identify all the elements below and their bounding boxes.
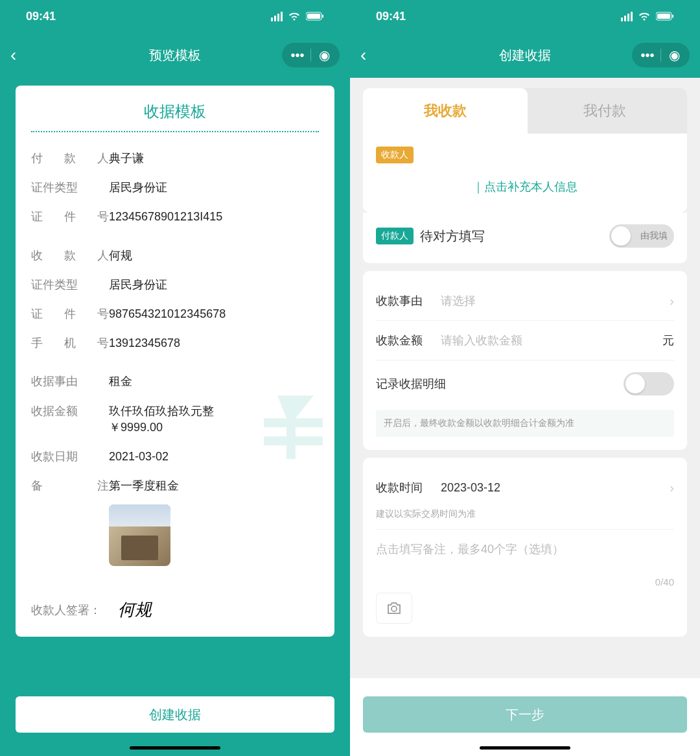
home-indicator [480, 746, 570, 750]
status-time: 09:41 [376, 10, 406, 23]
payer-value: 典子谦 [109, 150, 319, 167]
home-indicator [130, 746, 220, 750]
back-icon[interactable]: ‹ [10, 45, 16, 65]
panel-parties: 收款人 ｜点击补充本人信息 [363, 134, 687, 213]
signal-icon [621, 12, 633, 21]
more-icon[interactable]: ••• [285, 43, 310, 67]
close-icon[interactable]: ◉ [311, 43, 337, 67]
signature-label: 收款人签署： [31, 602, 101, 618]
payee-value: 何规 [109, 248, 319, 264]
time-value: 2023-03-12 [441, 481, 670, 495]
id-type2-label: 证件类型 [31, 277, 109, 293]
id-number2-label: 证件号 [31, 306, 109, 322]
add-photo-button[interactable] [376, 593, 412, 624]
id-type-value: 居民身份证 [109, 180, 319, 196]
phone-create-receipt: 09:41 ‹ 创建收据 ••• ◉ 我收款 我付款 收款人 ｜点击补充本人信息… [350, 0, 700, 756]
battery-icon [656, 12, 674, 21]
id-number-label: 证件号 [31, 209, 109, 225]
svg-rect-5 [672, 15, 673, 18]
remark-value: 第一季度租金 [109, 478, 319, 494]
id-number-value: 12345678901213I415 [109, 209, 319, 225]
amount-unit: 元 [662, 333, 674, 348]
close-icon[interactable]: ◉ [661, 43, 687, 67]
signal-icon [271, 12, 283, 21]
nav-title: 预览模板 [149, 47, 201, 64]
status-time: 09:41 [26, 10, 56, 23]
fill-by-me-toggle[interactable]: 由我填 [609, 224, 674, 248]
nav-title: 创建收据 [499, 47, 551, 64]
id-number2-value: 987654321012345678 [109, 306, 319, 322]
tab-pay[interactable]: 我付款 [522, 88, 687, 134]
card-title: 收据模板 [31, 101, 319, 122]
phone-preview-template: 09:41 ‹ 预览模板 ••• ◉ 收据模板 付款人典子谦 证件类型居民身份证… [0, 0, 350, 756]
back-icon[interactable]: ‹ [360, 45, 366, 65]
time-label: 收款时间 [376, 480, 441, 495]
amount-label: 收据金额 [31, 403, 109, 436]
svg-point-6 [391, 606, 397, 611]
status-bar: 09:41 [350, 0, 700, 32]
reason-label: 收款事由 [376, 293, 441, 309]
phone-label: 手机号 [31, 335, 109, 351]
attachment-thumbnail[interactable] [109, 504, 170, 566]
remark-label: 备注 [31, 478, 109, 494]
divider-dotted [31, 131, 319, 132]
detail-toggle[interactable] [624, 372, 674, 396]
chevron-right-icon: › [670, 480, 674, 495]
next-step-button[interactable]: 下一步 [363, 696, 687, 733]
wifi-icon [288, 12, 301, 21]
note-input[interactable]: 点击填写备注，最多40个字（选填） [376, 532, 674, 566]
detail-toggle-row: 记录收据明细 [376, 363, 674, 405]
signature-value: 何规 [118, 598, 152, 621]
create-receipt-button[interactable]: 创建收据 [16, 696, 334, 733]
watermark-icon [250, 377, 341, 468]
tabs: 我收款 我付款 [363, 88, 687, 134]
detail-label: 记录收据明细 [376, 376, 446, 392]
payer-section: 付款人 待对方填写 由我填 [363, 213, 687, 263]
status-icons [621, 12, 674, 21]
payee-label: 收款人 [31, 248, 109, 264]
amount-number: ￥9999.00 [109, 421, 163, 434]
svg-rect-4 [657, 14, 670, 19]
status-icons [271, 12, 324, 21]
payee-badge: 收款人 [376, 147, 414, 163]
wifi-icon [638, 12, 651, 21]
svg-rect-1 [307, 14, 320, 19]
fill-self-info-link[interactable]: ｜点击补充本人信息 [376, 163, 674, 200]
chevron-right-icon: › [670, 294, 674, 309]
reason-row[interactable]: 收款事由 请选择 › [376, 284, 674, 318]
payer-label: 付款人 [31, 150, 109, 167]
svg-rect-2 [322, 15, 323, 18]
panel-time-note: 收款时间 2023-03-12 › 建议以实际交易时间为准 点击填写备注，最多4… [363, 458, 687, 637]
phone-value: 13912345678 [109, 335, 319, 351]
status-bar: 09:41 [0, 0, 350, 32]
id-type-label: 证件类型 [31, 180, 109, 196]
id-type2-value: 居民身份证 [109, 277, 319, 293]
tab-receive[interactable]: 我收款 [363, 88, 528, 134]
nav-bar: ‹ 预览模板 ••• ◉ [0, 32, 350, 78]
more-icon[interactable]: ••• [635, 43, 660, 67]
reason-label: 收据事由 [31, 373, 109, 390]
amount-text: 玖仟玖佰玖拾玖元整 [109, 405, 214, 418]
amount-label: 收款金额 [376, 333, 441, 348]
mini-program-capsule: ••• ◉ [282, 43, 340, 67]
nav-bar: ‹ 创建收据 ••• ◉ [350, 32, 700, 78]
time-hint: 建议以实际交易时间为准 [376, 508, 674, 520]
payer-badge: 付款人 [376, 228, 414, 244]
date-label: 收款日期 [31, 449, 109, 465]
camera-icon [386, 602, 402, 615]
time-row[interactable]: 收款时间 2023-03-12 › [376, 471, 674, 504]
amount-row[interactable]: 收款金额 请输入收款金额 元 [376, 324, 674, 357]
detail-hint: 开启后，最终收款金额以收款明细合计金额为准 [376, 410, 674, 437]
char-count: 0/40 [376, 576, 674, 587]
amount-placeholder: 请输入收款金额 [441, 333, 662, 348]
mini-program-capsule: ••• ◉ [632, 43, 690, 67]
reason-placeholder: 请选择 [441, 293, 670, 309]
payer-wait-text: 待对方填写 [420, 228, 609, 245]
panel-amount: 收款事由 请选择 › 收款金额 请输入收款金额 元 记录收据明细 开启后，最终收… [363, 271, 687, 450]
battery-icon [306, 12, 324, 21]
receipt-card: 收据模板 付款人典子谦 证件类型居民身份证 证件号12345678901213I… [16, 86, 334, 637]
